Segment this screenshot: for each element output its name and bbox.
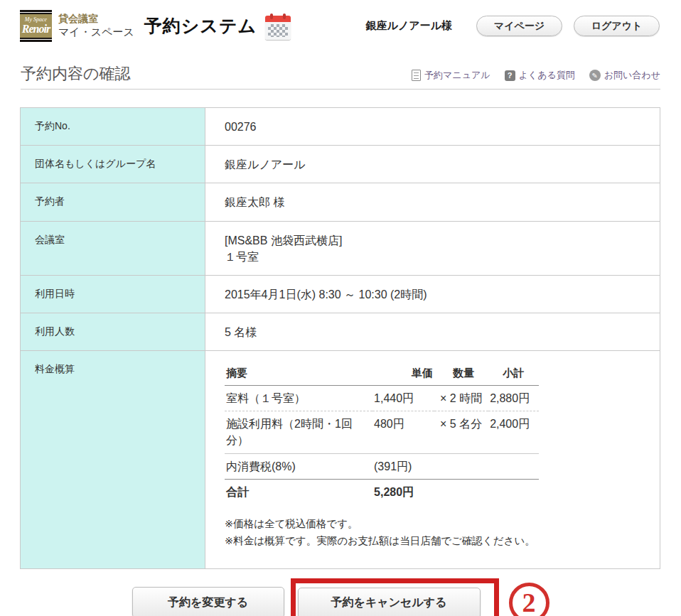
tax-value: (391円) — [372, 453, 488, 479]
calendar-icon-grid — [268, 24, 288, 37]
fee-subtotal: 2,880円 — [488, 386, 539, 411]
meeting-room-store: [MS&BB 池袋西武横店] — [225, 232, 649, 249]
cancel-reservation-button[interactable]: 予約をキャンセルする — [298, 588, 481, 616]
meeting-room-number: １号室 — [225, 249, 649, 265]
page-title: 予約内容の確認 — [21, 63, 131, 85]
row-label: 団体名もしくはグループ名 — [21, 146, 205, 183]
date-time-value: 2015年4月1日(水) 8:30 ～ 10:30 (2時間) — [205, 275, 660, 313]
people-count-value: 5 名様 — [205, 313, 660, 351]
renoir-logo[interactable]: My Space Renoir — [20, 10, 52, 42]
reserver-value: 銀座太郎 様 — [205, 183, 660, 221]
fee-unit-price: 1,440円 — [372, 386, 434, 411]
brand-text: 貸会議室 マイ・スペース — [58, 13, 134, 38]
fee-header-row: 摘要 単価 数量 小計 — [225, 361, 539, 385]
meeting-room-value: [MS&BB 池袋西武横店] １号室 — [205, 221, 660, 275]
table-row-group-name: 団体名もしくはグループ名 銀座ルノアール — [21, 146, 660, 183]
manual-link-label: 予約マニュアル — [424, 69, 490, 82]
row-label: 予約者 — [21, 183, 205, 221]
logo-renoir-text: Renoir — [22, 23, 50, 36]
note-estimate: ※料金は概算です。実際のお支払額は当日店舗でご確認ください。 — [225, 533, 649, 550]
table-row-reserver: 予約者 銀座太郎 様 — [21, 183, 660, 221]
row-label: 会議室 — [21, 221, 205, 275]
fee-header-quantity: 数量 — [434, 361, 488, 385]
row-label: 利用人数 — [21, 313, 205, 351]
row-label: 利用日時 — [21, 275, 205, 313]
fee-row-facility-charge: 施設利用料（2時間・1回分） 480円 × 5 名分 2,400円 — [225, 411, 539, 453]
app-header: My Space Renoir 貸会議室 マイ・スペース 予約システム 銀座ルノ… — [0, 0, 681, 42]
reservation-detail-table: 予約No. 00276 団体名もしくはグループ名 銀座ルノアール 予約者 銀座太… — [20, 107, 660, 569]
fee-quantity: × 2 時間 — [434, 386, 488, 411]
brand-rental-room: 貸会議室 — [58, 13, 134, 26]
total-label: 合計 — [225, 479, 372, 504]
fee-header-unit-price: 単価 — [372, 361, 434, 385]
calendar-icon — [265, 16, 291, 40]
fee-header-subtotal: 小計 — [488, 361, 539, 385]
row-label: 料金概算 — [21, 351, 205, 569]
system-title: 予約システム — [144, 14, 257, 38]
fee-unit-price: 480円 — [372, 411, 434, 453]
faq-link[interactable]: ? よくある質問 — [505, 69, 575, 82]
row-label: 予約No. — [21, 108, 205, 146]
fee-notes: ※価格は全て税込価格です。 ※料金は概算です。実際のお支払額は当日店舗でご確認く… — [225, 516, 649, 550]
table-row-people-count: 利用人数 5 名様 — [21, 313, 660, 351]
annotation-step-2: 2 — [509, 583, 549, 616]
table-row-meeting-room: 会議室 [MS&BB 池袋西武横店] １号室 — [21, 221, 660, 275]
change-reservation-button[interactable]: 予約を変更する — [132, 587, 284, 616]
logo-myspace-text: My Space — [25, 17, 47, 23]
pencil-circle-icon: ✎ — [589, 70, 601, 81]
question-mark-icon: ? — [505, 70, 515, 81]
reservation-manual-link[interactable]: 予約マニュアル — [412, 69, 490, 82]
reservation-no-value: 00276 — [205, 108, 660, 146]
logged-in-user-name: 銀座ルノアール様 — [366, 19, 452, 33]
table-row-date-time: 利用日時 2015年4月1日(水) 8:30 ～ 10:30 (2時間) — [21, 275, 660, 313]
fee-row-room-charge: 室料（１号室） 1,440円 × 2 時間 2,880円 — [225, 386, 539, 411]
fee-subtotal: 2,400円 — [488, 411, 539, 453]
mypage-button[interactable]: マイページ — [476, 16, 562, 36]
logout-button[interactable]: ログアウト — [574, 16, 660, 36]
fee-row-tax: 内消費税(8%) (391円) — [225, 453, 539, 479]
note-tax-included: ※価格は全て税込価格です。 — [225, 516, 649, 533]
manual-doc-icon — [412, 70, 421, 81]
contact-link[interactable]: ✎ お問い合わせ — [589, 69, 660, 82]
fee-quantity: × 5 名分 — [434, 411, 488, 453]
group-name-value: 銀座ルノアール — [205, 146, 660, 183]
fee-estimate-cell: 摘要 単価 数量 小計 室料（１号室） 1,440円 × 2 時間 2,880円 — [205, 351, 660, 569]
brand-my-space: マイ・スペース — [58, 26, 134, 39]
total-value: 5,280円 — [372, 479, 488, 504]
tax-label: 内消費税(8%) — [225, 453, 372, 479]
title-divider — [21, 89, 660, 90]
faq-link-label: よくある質問 — [519, 69, 575, 82]
table-row-fee-estimate: 料金概算 摘要 単価 数量 小計 室料（１号室） 1,4 — [21, 351, 660, 569]
cancel-highlight-box: 予約をキャンセルする — [291, 578, 499, 616]
fee-desc: 室料（１号室） — [225, 386, 372, 411]
fee-breakdown-table: 摘要 単価 数量 小計 室料（１号室） 1,440円 × 2 時間 2,880円 — [225, 361, 539, 504]
fee-desc: 施設利用料（2時間・1回分） — [225, 411, 372, 453]
contact-link-label: お問い合わせ — [604, 69, 660, 82]
help-links: 予約マニュアル ? よくある質問 ✎ お問い合わせ — [412, 69, 660, 85]
action-button-row: 予約を変更する 予約をキャンセルする 2 — [0, 578, 681, 616]
table-row-reservation-no: 予約No. 00276 — [21, 108, 660, 146]
fee-header-desc: 摘要 — [225, 361, 372, 385]
fee-row-total: 合計 5,280円 — [225, 479, 539, 504]
